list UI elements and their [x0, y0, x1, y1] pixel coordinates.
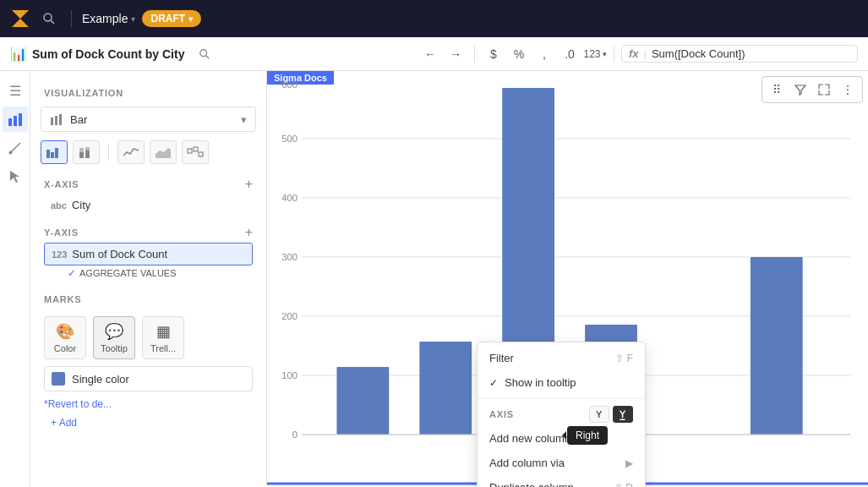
ctx-add-column-via[interactable]: Add column via ▶ — [478, 451, 645, 475]
add-link[interactable]: + Add — [44, 413, 253, 432]
fx-label: fx — [629, 47, 639, 60]
color-mark-label: Color — [54, 343, 76, 353]
svg-text:0: 0 — [292, 430, 298, 440]
viz-dropdown-arrow: ▾ — [241, 113, 247, 126]
color-mark-btn[interactable]: 🎨 Color — [44, 316, 86, 359]
color-value: Single color — [72, 373, 129, 386]
number-btn[interactable]: 123 ▾ — [583, 42, 607, 66]
ctx-add-col-label: Add new column — [489, 432, 570, 445]
tooltip-mark-btn[interactable]: 💬 Tooltip — [93, 316, 135, 359]
search-btn[interactable] — [37, 7, 61, 30]
svg-rect-16 — [79, 148, 84, 152]
ctx-add-via-arrow: ▶ — [625, 457, 633, 469]
draft-label: DRAFT — [150, 13, 185, 25]
svg-text:200: 200 — [281, 311, 298, 321]
x-axis-header: X-AXIS + — [44, 178, 253, 191]
sidebar-cursor-btn[interactable] — [3, 164, 28, 189]
svg-line-4 — [206, 55, 210, 58]
sidebar-chart-btn[interactable] — [3, 107, 28, 132]
ctx-add-via-left: Add column via — [489, 457, 565, 469]
ctx-tooltip-left: ✓ Show in tooltip — [489, 376, 576, 389]
draft-arrow: ▾ — [188, 14, 193, 24]
color-row[interactable]: Single color — [44, 366, 253, 391]
main-layout: ☰ VISUALIZATION — [0, 71, 868, 487]
svg-point-8 — [8, 151, 12, 155]
undo-btn[interactable]: ← — [418, 42, 442, 66]
toolbar-sep1 — [474, 46, 475, 63]
sidebar-menu-btn[interactable]: ☰ — [3, 78, 28, 103]
viz-icon-stacked-bar[interactable] — [73, 140, 100, 164]
app-logo — [10, 8, 30, 29]
ctx-filter-label: Filter — [489, 352, 514, 364]
toolbar-sep2 — [614, 46, 614, 63]
svg-rect-36 — [419, 342, 472, 435]
svg-rect-7 — [19, 113, 22, 126]
svg-rect-9 — [51, 118, 53, 125]
color-swatch — [52, 372, 65, 386]
chart-search-btn[interactable] — [193, 42, 216, 66]
revert-link[interactable]: *Revert to de... — [44, 395, 253, 413]
axis-right-toggle[interactable]: Y̲ — [613, 406, 633, 423]
svg-rect-6 — [14, 116, 17, 126]
sidebar-brush-btn[interactable] — [3, 135, 28, 161]
viz-icon-scatter[interactable] — [182, 140, 209, 164]
sidebar-icons: ☰ — [0, 71, 30, 487]
decimal-btn[interactable]: .0 — [558, 42, 581, 66]
ctx-filter[interactable]: Filter ⇧ F — [478, 346, 645, 370]
dollar-btn[interactable]: $ — [482, 42, 505, 66]
ctx-axis-section: AXIS Y Y̲ — [478, 402, 645, 426]
x-axis-add-btn[interactable]: + — [245, 178, 253, 191]
svg-rect-12 — [46, 150, 50, 158]
svg-text:600: 600 — [281, 79, 298, 90]
svg-rect-18 — [85, 147, 90, 150]
ctx-tooltip-label: Show in tooltip — [505, 376, 576, 389]
percent-btn[interactable]: % — [507, 42, 531, 66]
aggregate-check: ✓ — [68, 267, 76, 279]
svg-line-2 — [51, 20, 54, 24]
svg-rect-17 — [85, 150, 90, 158]
draft-badge[interactable]: DRAFT ▾ — [142, 10, 201, 27]
y-axis-header: Y-AXIS + — [44, 226, 253, 239]
breadcrumb-arrow: ▾ — [131, 14, 135, 24]
ctx-dup-left: Duplicate column — [489, 481, 574, 487]
x-axis-field-name: City — [72, 199, 90, 211]
y-axis-add-btn[interactable]: + — [245, 226, 253, 239]
tooltip-mark-label: Tooltip — [101, 343, 128, 353]
svg-marker-0 — [12, 10, 29, 27]
viz-type-dropdown[interactable]: Bar ▾ — [41, 107, 256, 132]
nav-divider — [71, 10, 72, 27]
y-axis-label: Y-AXIS — [44, 227, 79, 238]
viz-type-icons-row — [30, 137, 266, 171]
aggregate-label: AGGREGATE VALUES — [79, 268, 177, 278]
tooltip-mark-icon: 💬 — [105, 322, 123, 341]
axis-left-toggle[interactable]: Y — [589, 406, 609, 423]
comma-btn[interactable]: , — [532, 42, 556, 66]
y-axis-section: Y-AXIS + 123 Sum of Dock Count ✓ AGGREGA… — [30, 219, 266, 287]
color-mark-icon: 🎨 — [56, 322, 74, 341]
trellis-mark-btn[interactable]: ▦ Trell... — [142, 316, 184, 359]
viz-icon-line[interactable] — [117, 140, 145, 164]
top-nav: Example ▾ DRAFT ▾ — [0, 0, 868, 37]
viz-icon-area[interactable] — [150, 140, 177, 164]
fx-value: Sum([Dock Count]) — [652, 47, 745, 60]
ctx-add-col-left: Add new column — [489, 432, 570, 445]
svg-rect-15 — [79, 152, 84, 158]
redo-btn[interactable]: → — [444, 42, 467, 66]
svg-rect-14 — [55, 148, 58, 158]
x-axis-field[interactable]: abc City — [44, 194, 253, 216]
ctx-duplicate-column[interactable]: Duplicate column ⇧ D — [478, 475, 645, 487]
chart-area: Sigma Docs ⠿ ⋮ — [267, 71, 868, 487]
svg-text:100: 100 — [281, 370, 298, 380]
ctx-filter-left: Filter — [489, 352, 514, 364]
breadcrumb-label: Example — [82, 12, 128, 25]
y-axis-field[interactable]: 123 Sum of Dock Count — [44, 243, 253, 265]
context-menu: Filter ⇧ F ✓ Show in tooltip AXIS Y — [477, 342, 646, 487]
bar-icon — [50, 112, 63, 126]
ctx-check-mark: ✓ — [489, 377, 498, 389]
svg-point-3 — [200, 49, 207, 56]
trellis-mark-label: Trell... — [150, 343, 176, 353]
trellis-mark-icon: ▦ — [156, 322, 171, 341]
ctx-add-new-column[interactable]: Add new column — [478, 426, 645, 451]
ctx-show-tooltip[interactable]: ✓ Show in tooltip — [478, 370, 645, 395]
viz-icon-grouped-bar[interactable] — [41, 140, 68, 164]
